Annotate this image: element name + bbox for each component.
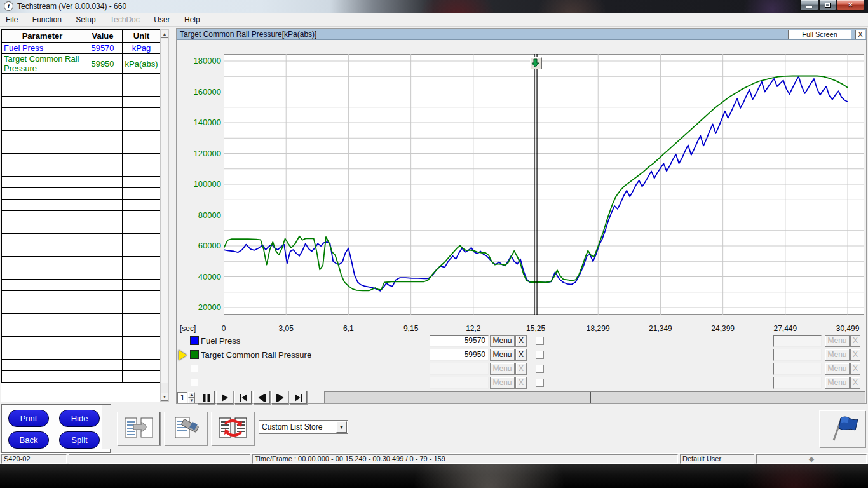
series-value-field[interactable]: 59950 xyxy=(430,349,489,361)
table-row-empty[interactable] xyxy=(2,131,161,142)
empty-cell xyxy=(123,142,161,154)
empty-slot-checkbox[interactable] xyxy=(191,379,198,386)
print-button[interactable]: Print xyxy=(8,410,49,427)
restore-button[interactable] xyxy=(819,0,836,11)
series-color-swatch xyxy=(190,350,199,359)
menu-item-help[interactable]: Help xyxy=(179,13,206,27)
table-row-empty[interactable] xyxy=(2,85,161,97)
empty-cell xyxy=(123,291,161,302)
table-row-empty[interactable] xyxy=(2,302,161,314)
table-row[interactable]: Target Common Rail Pressure59950kPa(abs) xyxy=(2,54,161,74)
table-row-empty[interactable] xyxy=(2,314,161,325)
table-row-empty[interactable] xyxy=(2,291,161,302)
table-row-empty[interactable] xyxy=(2,234,161,245)
y-tick-label: 160000 xyxy=(182,87,221,97)
series-checkbox[interactable] xyxy=(536,365,544,373)
empty-slot-checkbox[interactable] xyxy=(191,365,198,372)
chart-close-button[interactable]: X xyxy=(855,30,865,39)
copy-list-button[interactable] xyxy=(117,412,160,445)
step-forward-button[interactable] xyxy=(271,391,288,404)
pressure-line-chart[interactable] xyxy=(224,54,864,315)
step-back-button[interactable] xyxy=(253,391,270,404)
menu-item-setup[interactable]: Setup xyxy=(70,13,101,27)
seek-scrollbar[interactable] xyxy=(324,391,865,403)
table-row-empty[interactable] xyxy=(2,142,161,154)
custom-list-store-select[interactable]: Custom List Store ▼ xyxy=(259,420,348,434)
empty-cell xyxy=(2,108,83,119)
empty-cell xyxy=(123,188,161,200)
chevron-down-icon[interactable]: ▼ xyxy=(336,421,347,433)
table-row-empty[interactable] xyxy=(2,348,161,360)
record-list-button[interactable] xyxy=(164,412,207,445)
table-row-empty[interactable] xyxy=(2,188,161,200)
series-checkbox[interactable] xyxy=(536,379,544,387)
scrollbar-thumb[interactable] xyxy=(161,39,168,383)
table-row-empty[interactable] xyxy=(2,371,161,383)
table-row-empty[interactable] xyxy=(2,245,161,257)
column-header-parameter[interactable]: Parameter xyxy=(2,30,83,43)
empty-cell xyxy=(83,325,123,337)
table-row-empty[interactable] xyxy=(2,257,161,268)
series-close-button[interactable]: X xyxy=(515,349,527,361)
table-row-empty[interactable] xyxy=(2,268,161,280)
status-diamond-icon: ◆ xyxy=(756,454,867,464)
table-row-empty[interactable] xyxy=(2,177,161,188)
flag-button[interactable] xyxy=(819,410,865,447)
empty-cell xyxy=(123,280,161,291)
jump-to-end-button[interactable] xyxy=(290,391,307,404)
menu-item-file[interactable]: File xyxy=(0,13,24,27)
series-value-field[interactable]: 59570 xyxy=(430,335,489,347)
frame-step-down-icon[interactable]: ▼ xyxy=(188,398,195,403)
table-row-empty[interactable] xyxy=(2,165,161,177)
right-menu-button: Menu xyxy=(825,349,850,361)
jump-to-start-button[interactable] xyxy=(234,391,252,404)
table-row-empty[interactable] xyxy=(2,97,161,108)
empty-cell xyxy=(83,257,123,268)
play-button[interactable] xyxy=(216,391,233,404)
table-row-empty[interactable] xyxy=(2,108,161,119)
table-row-empty[interactable] xyxy=(2,74,161,85)
restore-icon xyxy=(825,3,830,7)
minimize-button[interactable] xyxy=(800,0,818,11)
column-header-value[interactable]: Value xyxy=(83,30,123,43)
table-row-empty[interactable] xyxy=(2,154,161,165)
scroll-up-icon[interactable]: ▲ xyxy=(161,30,168,38)
menu-item-function[interactable]: Function xyxy=(27,13,67,27)
frame-step-up-icon[interactable]: ▲ xyxy=(188,392,195,398)
empty-cell xyxy=(123,222,161,234)
table-row-empty[interactable] xyxy=(2,211,161,222)
series-menu-button: Menu xyxy=(490,363,515,375)
table-row-empty[interactable] xyxy=(2,200,161,211)
table-row-empty[interactable] xyxy=(2,325,161,337)
empty-cell xyxy=(83,85,123,97)
table-row-empty[interactable] xyxy=(2,119,161,131)
close-button[interactable]: ✕ xyxy=(837,0,864,11)
empty-cell xyxy=(123,200,161,211)
series-close-button[interactable]: X xyxy=(515,335,527,347)
swap-list-button[interactable] xyxy=(211,412,254,445)
split-button[interactable]: Split xyxy=(59,431,100,449)
empty-cell xyxy=(2,119,83,131)
cursor-marker[interactable] xyxy=(530,57,542,69)
series-color-swatch xyxy=(190,336,199,345)
menu-item-user[interactable]: User xyxy=(148,13,175,27)
table-row-empty[interactable] xyxy=(2,360,161,371)
table-scrollbar[interactable]: ▲ ▼ xyxy=(160,29,169,402)
table-row[interactable]: Fuel Press59570kPag xyxy=(2,43,161,54)
hide-button[interactable]: Hide xyxy=(59,410,100,427)
series-menu-button[interactable]: Menu xyxy=(490,335,515,347)
legend-row: Fuel Press59570MenuXMenuX xyxy=(176,334,868,348)
pause-button[interactable] xyxy=(198,391,215,404)
column-header-unit[interactable]: Unit xyxy=(123,30,161,43)
empty-cell xyxy=(123,348,161,360)
scroll-down-icon[interactable]: ▼ xyxy=(161,393,168,401)
back-button[interactable]: Back xyxy=(8,431,49,449)
series-checkbox[interactable] xyxy=(536,351,544,359)
table-row-empty[interactable] xyxy=(2,337,161,348)
table-row-empty[interactable] xyxy=(2,280,161,291)
series-checkbox[interactable] xyxy=(536,337,544,345)
full-screen-button[interactable]: Full Screen xyxy=(788,30,851,39)
series-menu-button[interactable]: Menu xyxy=(490,349,515,361)
table-row-empty[interactable] xyxy=(2,222,161,234)
frame-step-field[interactable]: 1 xyxy=(177,392,187,403)
